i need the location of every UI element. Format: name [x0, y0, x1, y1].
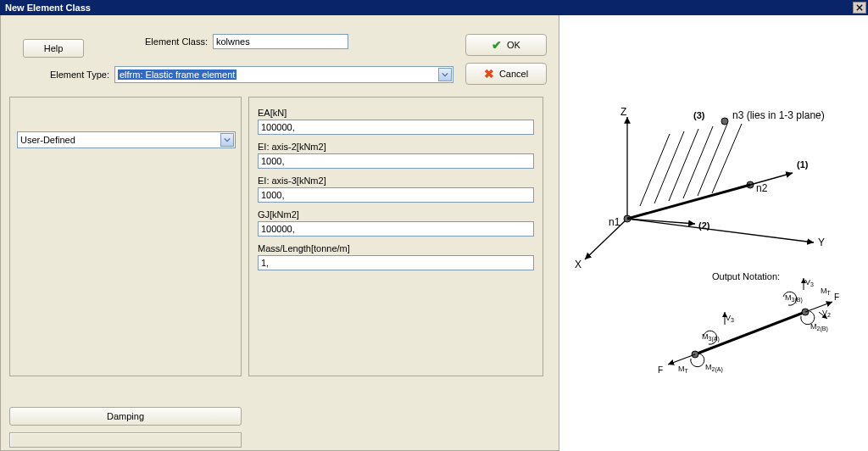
svg-line-14 [712, 124, 742, 193]
cross-icon: ✖ [484, 67, 494, 81]
MT-b: MT [821, 287, 832, 296]
ea-label: EA[kN] [258, 108, 534, 118]
svg-line-7 [750, 173, 793, 185]
element-class-input[interactable] [213, 34, 348, 49]
M3B: M3(B) [785, 293, 803, 303]
panels: User-Defined EA[kN] EI: axis-2[kNm2] EI:… [1, 92, 559, 376]
ei3-input[interactable] [258, 187, 534, 203]
element-type-value: elfrm: Elastic frame element [118, 70, 236, 80]
progress-well [9, 432, 242, 448]
output-notation-title: Output Notation: [712, 271, 780, 281]
damping-button[interactable]: Damping [9, 407, 242, 426]
svg-line-15 [695, 312, 805, 354]
svg-line-6 [627, 185, 750, 219]
svg-point-5 [721, 118, 728, 125]
M2B: M2(B) [810, 322, 828, 332]
V3a: V3 [726, 314, 734, 323]
n2-label: n2 [756, 182, 768, 194]
n3-label: n3 (lies in 1-3 plane) [732, 109, 825, 121]
close-icon [856, 4, 863, 11]
chevron-down-icon [438, 68, 452, 81]
chevron-down-icon [220, 133, 234, 147]
svg-line-19 [805, 302, 832, 312]
F-label-b: F [834, 292, 839, 302]
gj-input[interactable] [258, 221, 534, 237]
element-type-row: Element Type: elfrm: Elastic frame eleme… [36, 66, 453, 83]
M2A: M2(A) [705, 363, 723, 373]
svg-line-13 [698, 124, 727, 196]
titlebar: New Element Class [0, 0, 868, 15]
MT-a: MT [678, 365, 689, 374]
dir2-label: (2) [698, 220, 710, 231]
svg-line-11 [669, 129, 698, 201]
mass-input[interactable] [258, 255, 534, 270]
diagram-panel: Z Y X n1 n2 n3 (lies in 1-3 plane) (1) (… [559, 15, 865, 451]
element-axes-diagram: Z Y X n1 n2 n3 (lies in 1-3 plane) (1) (… [559, 15, 865, 451]
V3b: V3 [805, 278, 814, 287]
mass-label: Mass/Length[tonne/m] [258, 243, 534, 253]
svg-line-12 [683, 126, 713, 198]
gj-label: GJ[kNm2] [258, 209, 534, 220]
section-panel: User-Defined [9, 97, 242, 376]
ei2-label: EI: axis-2[kNm2] [258, 142, 534, 152]
help-button[interactable]: Help [23, 39, 84, 58]
svg-line-9 [640, 134, 670, 206]
axis-y-label: Y [818, 237, 825, 248]
section-source-value: User-Defined [20, 135, 75, 145]
cancel-label: Cancel [499, 69, 528, 79]
element-class-label: Element Class: [145, 36, 208, 47]
dialog-body: Help Element Class: Element Type: elfrm:… [0, 15, 559, 451]
top-controls: Help Element Class: Element Type: elfrm:… [1, 15, 559, 92]
element-class-row: Element Class: [145, 34, 348, 49]
window-title: New Element Class [5, 3, 91, 13]
ok-button[interactable]: ✔ OK [465, 34, 547, 56]
ok-label: OK [507, 40, 520, 50]
svg-line-2 [585, 219, 627, 259]
section-source-combo[interactable]: User-Defined [17, 131, 236, 148]
dir1-label: (1) [797, 159, 809, 170]
cancel-button[interactable]: ✖ Cancel [465, 63, 547, 85]
svg-line-1 [627, 219, 814, 242]
element-type-label: Element Type: [36, 70, 109, 80]
ea-input[interactable] [258, 120, 534, 135]
close-button[interactable] [853, 2, 866, 14]
F-label-a: F [658, 365, 663, 375]
n1-label: n1 [609, 216, 620, 228]
element-type-combo[interactable]: elfrm: Elastic frame element [114, 66, 453, 83]
V2: V2 [822, 309, 831, 318]
dir3-label: (3) [693, 110, 705, 120]
ei2-input[interactable] [258, 153, 534, 169]
svg-line-10 [654, 131, 684, 203]
ei3-label: EI: axis-3[kNm2] [258, 175, 534, 186]
axis-z-label: Z [620, 106, 626, 118]
check-icon: ✔ [492, 38, 502, 52]
properties-panel: EA[kN] EI: axis-2[kNm2] EI: axis-3[kNm2]… [248, 97, 543, 376]
